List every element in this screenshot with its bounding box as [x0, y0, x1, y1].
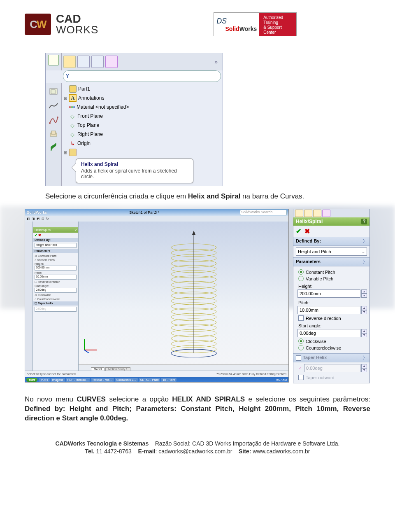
collapse-icon[interactable]: 〉: [363, 238, 367, 244]
cadworks-line1: CAD: [56, 14, 98, 25]
taper-spinner: ▲▼: [361, 364, 367, 372]
curves-toolbar: [46, 83, 62, 186]
tree-right-plane[interactable]: Right Plane: [77, 131, 103, 137]
model-tab[interactable]: Model: [91, 367, 105, 371]
ok-button[interactable]: ✔: [296, 227, 301, 235]
section-taper[interactable]: ☐ Taper Helix: [33, 301, 78, 306]
start-angle-input[interactable]: 0.00deg: [297, 329, 360, 337]
section-parameters[interactable]: Parameters〉: [293, 257, 369, 266]
command-manager-strip[interactable]: [25, 222, 33, 371]
graphics-viewport[interactable]: Model Motion Study 1: [79, 222, 288, 371]
expand-icon[interactable]: ⊞: [63, 150, 67, 155]
start-button[interactable]: start: [26, 378, 37, 382]
constant-pitch-radio[interactable]: [298, 269, 304, 275]
cancel-button[interactable]: ✖: [38, 233, 41, 237]
pm-title: Helix/Spiral: [296, 219, 323, 224]
svg-line-31: [84, 350, 89, 353]
taskbar-item[interactable]: 10 - Paint: [161, 378, 177, 382]
pitch-spinner[interactable]: ▲▼: [361, 306, 367, 314]
reverse-direction-checkbox[interactable]: [298, 315, 304, 321]
taskbar-item[interactable]: SETAS - Paint: [139, 378, 160, 382]
search-input[interactable]: SolidWorks Search: [240, 210, 287, 215]
collapse-icon[interactable]: 〉: [363, 355, 367, 361]
filter-bar[interactable]: Y: [63, 70, 221, 82]
filter-icon: Y: [66, 73, 69, 79]
dimxpert-tab-icon[interactable]: [322, 210, 330, 217]
cancel-button[interactable]: ✖: [304, 227, 310, 235]
solidworks-logo: DS SolidWorks Authorized Training & Supp…: [214, 12, 297, 36]
defined-by-select[interactable]: Height and Pitch⌄: [296, 247, 367, 256]
feature-manager-tab-icon[interactable]: [295, 210, 303, 217]
curve-through-ref-icon[interactable]: [49, 129, 58, 139]
configuration-manager-tab-icon[interactable]: [313, 210, 321, 217]
counterclockwise-label: Counterclockwise: [306, 345, 341, 350]
collapse-icon[interactable]: 〉: [363, 259, 367, 265]
screenshot-feature-tree: » Y Part1 ⊞AAnnotations Material <not sp…: [45, 53, 223, 186]
height-input[interactable]: 200.00mm: [297, 289, 360, 298]
start-angle-label: Start angle:: [298, 323, 367, 328]
defined-by-select[interactable]: Height and Pitch: [35, 243, 77, 248]
taskbar-clock: 9:07 AM: [276, 378, 287, 381]
curve-through-points-icon[interactable]: [49, 115, 58, 125]
cadworks-logo: CW CAD WORKS: [25, 14, 98, 35]
help-icon[interactable]: ?: [361, 219, 367, 224]
section-defined-by[interactable]: Defined By:: [33, 238, 78, 242]
helix-preview: [165, 230, 223, 357]
windows-taskbar: start PDFs Imagens PDF - Microso… Roscas…: [25, 377, 288, 383]
clockwise-radio[interactable]: [298, 338, 304, 344]
status-bar: Select the type and set the parameters. …: [25, 371, 288, 377]
caption-1: Selecione a circunferência criada e cliq…: [45, 192, 370, 201]
taskbar-item[interactable]: SolidWorks 2…: [115, 378, 138, 382]
taper-helix-checkbox[interactable]: [296, 355, 301, 361]
tree-part[interactable]: Part1: [78, 86, 90, 92]
caption-2: No novo menu CURVES selecione a opção HE…: [25, 395, 370, 423]
height-spinner[interactable]: ▲▼: [361, 289, 367, 298]
taskbar-item[interactable]: Roscas - Mic…: [91, 378, 114, 382]
part-icon: [69, 85, 77, 93]
property-manager-tab-icon[interactable]: [77, 56, 90, 68]
property-manager-tab-icon[interactable]: [304, 210, 312, 217]
origin-icon: ↳: [69, 140, 76, 147]
app-brand: SolidWorks: [27, 210, 47, 215]
height-label: Height:: [298, 284, 367, 289]
composite-curve-icon[interactable]: [49, 101, 58, 111]
taskbar-item[interactable]: PDF - Microso…: [66, 378, 91, 382]
taskbar-item[interactable]: PDFs: [39, 378, 50, 382]
tree-annotations[interactable]: Annotations: [78, 95, 104, 101]
taper-angle-icon: ⟋: [297, 364, 303, 372]
expand-icon[interactable]: ⊞: [63, 96, 67, 100]
taskbar-item[interactable]: Imagens: [51, 378, 65, 382]
helix-spiral-icon[interactable]: [49, 143, 58, 153]
expand-tabs-icon[interactable]: »: [214, 58, 218, 65]
section-parameters[interactable]: Parameters: [33, 249, 78, 253]
motion-study-tab[interactable]: Motion Study 1: [105, 367, 130, 371]
manager-tabs: »: [62, 53, 223, 70]
feature-tree: Part1 ⊞AAnnotations Material <not specif…: [62, 83, 223, 186]
counterclockwise-radio[interactable]: [298, 345, 304, 350]
tree-top-plane[interactable]: Top Plane: [77, 122, 99, 128]
start-angle-spinner[interactable]: ▲▼: [361, 329, 367, 337]
configuration-manager-tab-icon[interactable]: [91, 56, 104, 68]
ok-button[interactable]: ✔: [35, 233, 37, 237]
dimxpert-tab-icon[interactable]: [105, 56, 118, 68]
tree-front-plane[interactable]: Front Plane: [77, 113, 103, 119]
plane-icon: ◇: [69, 122, 76, 128]
toolbar-icon[interactable]: [48, 55, 59, 65]
taper-outward-checkbox: [298, 375, 304, 380]
authorized-center-badge: Authorized Training & Support Center: [259, 13, 296, 36]
feature-manager-tab-icon[interactable]: [63, 56, 76, 68]
projection-curve-icon[interactable]: [49, 87, 58, 97]
tree-origin[interactable]: Origin: [77, 140, 91, 146]
section-taper-helix[interactable]: Taper Helix〉: [293, 353, 369, 362]
clockwise-label: Clockwise: [306, 339, 326, 344]
pitch-input[interactable]: 10.00mm: [297, 306, 360, 314]
help-icon[interactable]: ?: [75, 228, 77, 232]
page-header: CW CAD WORKS DS SolidWorks Authorized Tr…: [25, 12, 370, 36]
section-defined-by[interactable]: Defined By:〉: [293, 237, 369, 246]
feature-icon: [69, 149, 77, 156]
variable-pitch-radio[interactable]: [298, 276, 304, 281]
svg-point-2: [49, 122, 51, 124]
reverse-direction-label: Reverse direction: [306, 316, 341, 321]
tree-material[interactable]: Material <not specified>: [77, 104, 129, 110]
taper-angle-input: 0.00deg: [304, 364, 360, 372]
